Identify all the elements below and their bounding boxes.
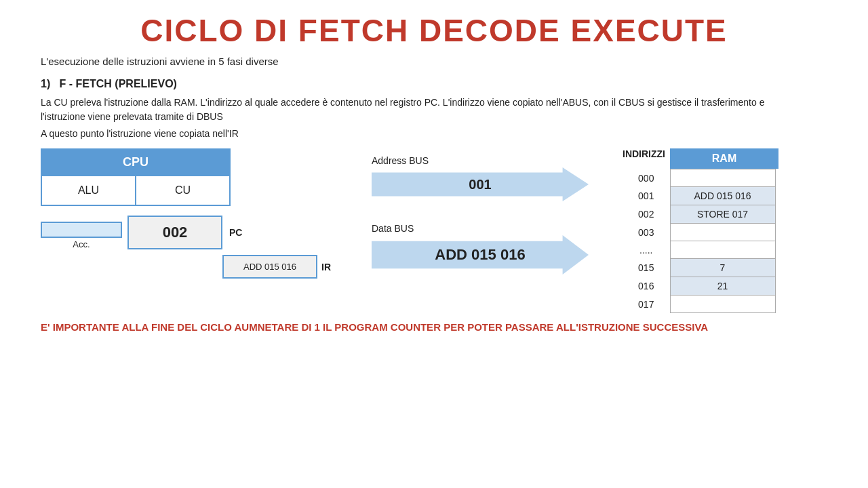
cpu-box: CPU ALU CU [41,148,231,206]
table-row: 001ADD 015 016 [623,187,775,205]
data-cell [670,169,775,187]
data-cell: STORE 017 [670,205,775,224]
data-bus-arrow: ADD 015 016 [372,235,589,274]
data-bus-value: ADD 015 016 [372,235,589,274]
addr-cell: 003 [623,224,670,241]
table-row: 017 [623,296,775,313]
alu-cell: ALU [42,176,136,205]
table-row: 003 [623,224,775,241]
addr-cell: ..... [623,241,670,259]
addr-cell: 015 [623,259,670,277]
cu-cell: CU [136,176,229,205]
subtitle: L'esecuzione delle istruzioni avviene in… [41,56,827,67]
pc-box: 002 [127,216,222,249]
addr-cell: 001 [623,187,670,205]
ir-box: ADD 015 016 [222,255,317,279]
address-bus-value: 001 [372,167,589,201]
indirizzi-header: INDIRIZZI [623,148,665,159]
data-cell: ADD 015 016 [670,187,775,205]
table-row: 002STORE 017 [623,205,775,224]
bottom-note: E' IMPORTANTE ALLA FINE DEL CICLO AUMNET… [41,320,827,334]
description1: La CU preleva l'istruzione dalla RAM. L'… [41,96,787,124]
acc-label: Acc. [41,239,122,249]
data-cell: 21 [670,277,775,296]
addr-cell: 017 [623,296,670,313]
addr-cell: 002 [623,205,670,224]
ram-table: 000001ADD 015 016002STORE 017003.....015… [623,169,776,313]
page-title: CICLO DI FETCH DECODE EXECUTE [41,12,827,49]
ram-section: INDIRIZZI RAM 000001ADD 015 016002STORE … [623,148,778,313]
bus-area: Address BUS 001 Data BUS ADD 015 016 [372,155,589,285]
addr-cell: 000 [623,169,670,187]
table-row: 000 [623,169,775,187]
data-cell [670,296,775,313]
data-cell [670,241,775,259]
data-cell [670,224,775,241]
acc-box [41,222,122,238]
diagram-area: CPU ALU CU Acc. 002 PC ADD 015 016 IR Ad… [41,148,827,313]
cpu-header: CPU [42,150,229,175]
data-bus-label: Data BUS [372,223,589,234]
data-cell: 7 [670,259,775,277]
ir-wrap: ADD 015 016 IR [134,255,331,279]
description2: A questo punto l'istruzione viene copiat… [41,128,827,139]
table-row: ..... [623,241,775,259]
reg-row: Acc. 002 PC [41,216,331,249]
address-bus-arrow: 001 [372,167,589,201]
table-row: 0157 [623,259,775,277]
ir-label: IR [321,262,331,272]
section-title: 1) F - FETCH (PRELIEVO) [41,78,827,90]
address-bus-label: Address BUS [372,155,589,166]
ram-header: RAM [670,148,778,169]
addr-cell: 016 [623,277,670,296]
pc-label: PC [229,227,242,238]
table-row: 01621 [623,277,775,296]
